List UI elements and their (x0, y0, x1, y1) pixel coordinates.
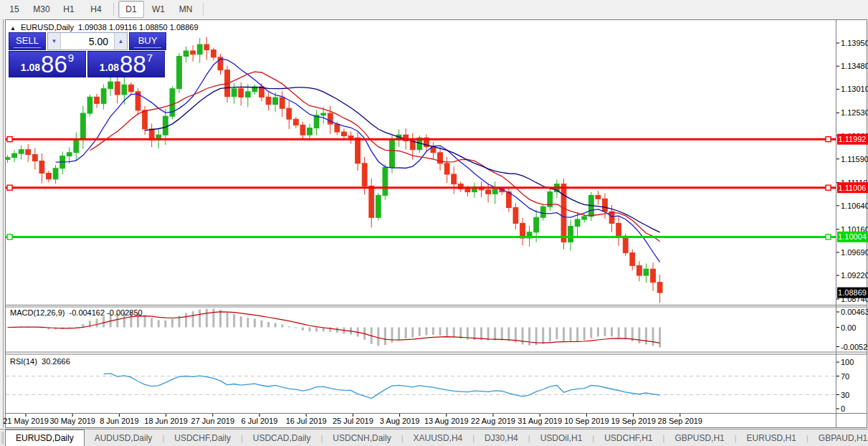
chart-tab-gbpaud-h1[interactable]: GBPAUD,H1 (809, 430, 868, 446)
sell-underline (14, 47, 41, 48)
price-axis-label: 1.12530 (841, 108, 868, 117)
buy-button-label: BUY (138, 35, 158, 46)
date-axis-label: 10 Sep 2019 (564, 417, 609, 425)
price-axis-label: 1.13950 (841, 39, 868, 47)
date-axis-label: 27 Jun 2019 (191, 417, 235, 425)
chart-tab-gbpusd-h1[interactable]: GBPUSD,H1 (664, 430, 734, 446)
chart-tabs: EURUSD,DailyAUDUSD,Daily|USDCHF,Daily|US… (5, 430, 868, 446)
rsi-axis-label: 30 (841, 391, 849, 399)
price-axis-label: 1.11590 (841, 155, 868, 163)
bid-price-big: 86 (41, 53, 67, 75)
macd-axis-label: -0.005299 (841, 343, 868, 351)
macd-indicator-label: MACD(12,26,9) -0.004162 -0.002850 (10, 308, 143, 317)
chart-tab-usdcad-daily[interactable]: USDCAD,Daily (243, 430, 321, 446)
chart-tab-usdchf-daily[interactable]: USDCHF,Daily (164, 430, 241, 446)
timeframe-15-button[interactable]: 15 (1, 1, 27, 18)
svg-text:1.11992: 1.11992 (839, 135, 867, 143)
chart-tab-bar: EURUSD,DailyAUDUSD,Daily|USDCHF,Daily|US… (0, 429, 868, 446)
price-axis-label: 1.09690 (841, 248, 868, 257)
tab-bar-grip (1, 432, 4, 444)
date-axis-label: 31 Aug 2019 (518, 417, 562, 425)
bid-price-pipette: 9 (68, 52, 74, 63)
ohlc-open: 1.09038 (78, 23, 107, 32)
bid-quote-button[interactable]: 1.08 86 9 (9, 51, 86, 77)
mt4-terminal: { "toolbar": { "timeframes": ["15", "M30… (0, 0, 868, 446)
svg-text:1.10004: 1.10004 (838, 232, 867, 241)
chart-tab-xauusd-h4[interactable]: XAUUSD,H4 (404, 430, 473, 446)
macd-values: -0.004162 -0.002850 (70, 308, 143, 317)
ask-price-prefix: 1.08 (100, 62, 119, 72)
chart-tab-eurusd-daily[interactable]: EURUSD,Daily (5, 430, 85, 446)
ohlc-close: 1.08869 (170, 23, 199, 32)
rsi-indicator-label: RSI(14) 30.2666 (10, 357, 70, 366)
buy-underline (134, 47, 161, 48)
date-axis-label: 6 Jul 2019 (242, 417, 278, 425)
svg-text:1.11006: 1.11006 (839, 184, 867, 192)
resistance-line-upper-handle[interactable] (7, 137, 12, 142)
rsi-axis-label: 70 (841, 372, 849, 381)
date-axis-label: 13 Aug 2019 (424, 417, 469, 425)
date-axis-label: 21 May 2019 (3, 417, 49, 425)
chart-tab-audusd-daily[interactable]: AUDUSD,Daily (85, 430, 163, 446)
rsi-name: RSI(14) (10, 357, 37, 366)
sell-button-label: SELL (16, 35, 39, 46)
ask-price-big: 88 (120, 53, 146, 75)
volume-decrease-button[interactable]: ▼ (48, 33, 60, 49)
date-axis-label: 25 Jul 2019 (333, 417, 373, 425)
macd-axis-label: 0.00463 (841, 308, 868, 316)
one-click-trading-panel: SELL ▼ 5.00 ▲ BUY 1.08 86 9 1.08 88 7 (9, 32, 166, 77)
price-axis-label: 1.10640 (841, 201, 868, 210)
ask-price-pipette: 7 (147, 52, 153, 63)
date-axis-label: 22 Aug 2019 (471, 417, 515, 425)
timeframe-h4-button[interactable]: H4 (83, 1, 109, 18)
price-axis-label: 1.13480 (841, 62, 868, 70)
volume-increase-button[interactable]: ▲ (115, 33, 127, 49)
price-axis-label: 1.13010 (841, 85, 868, 93)
rsi-value: 30.2666 (42, 357, 70, 366)
price-axis-label: 1.09220 (841, 271, 868, 280)
chart-tab-dj30-h4[interactable]: DJ30,H4 (474, 430, 528, 446)
ask-quote-button[interactable]: 1.08 88 7 (87, 51, 165, 77)
chart-tab-usdcnh-daily[interactable]: USDCNH,Daily (323, 430, 401, 446)
date-axis-label: 16 Jul 2019 (286, 417, 327, 425)
sell-button[interactable]: SELL (9, 32, 46, 50)
timeframe-w1-button[interactable]: W1 (146, 1, 171, 18)
svg-text:1.08869: 1.08869 (838, 288, 867, 297)
date-axis-label: 8 Jun 2019 (100, 417, 138, 425)
ohlc-high: 1.09116 (109, 23, 137, 32)
timeframe-d1-button[interactable]: D1 (118, 1, 144, 18)
rsi-axis-label: 0 (841, 404, 845, 413)
timeframe-h1-button[interactable]: H1 (56, 1, 82, 18)
date-axis-label: 18 Jun 2019 (144, 417, 188, 425)
chart-symbol-period: EURUSD,Daily (21, 23, 74, 32)
toolbar-separator (203, 3, 204, 16)
collapse-chart-icon[interactable]: ▲ (10, 25, 16, 32)
date-axis-label: 28 Sep 2019 (658, 417, 702, 425)
date-axis-label: 19 Sep 2019 (611, 417, 655, 425)
chart-tab-usdchf-h1[interactable]: USDCHF,H1 (594, 430, 662, 446)
chart-window-frame (6, 20, 867, 428)
chart-tab-eurusd-h1[interactable]: EURUSD,H1 (737, 430, 806, 446)
rsi-axis-label: 100 (841, 358, 854, 366)
timeframe-mn-button[interactable]: MN (173, 1, 199, 18)
chart-ohlc-header: ▲ EURUSD,Daily 1.09038 1.09116 1.08850 1… (10, 23, 199, 32)
volume-stepper: ▼ 5.00 ▲ (47, 32, 128, 50)
timeframe-toolbar: 15M30H1H4D1W1MN (0, 0, 868, 19)
date-axis-label: 3 Aug 2019 (380, 417, 420, 425)
macd-name: MACD(12,26,9) (10, 308, 65, 317)
chart-tab-usdoil-h1[interactable]: USDOil,H1 (530, 430, 593, 446)
timeframe-m30-button[interactable]: M30 (29, 1, 54, 18)
support-line-handle[interactable] (7, 234, 12, 239)
volume-input[interactable]: 5.00 (60, 33, 115, 49)
support-line-handle[interactable] (826, 234, 831, 239)
bid-price-prefix: 1.08 (21, 62, 40, 72)
resistance-line-lower-handle[interactable] (826, 185, 831, 190)
date-axis-label: 30 May 2019 (49, 417, 95, 425)
buy-button[interactable]: BUY (129, 32, 166, 50)
resistance-line-lower-handle[interactable] (7, 185, 12, 190)
toolbar-separator (113, 3, 114, 16)
macd-axis-label: 0.00 (841, 323, 856, 332)
ohlc-low: 1.08850 (139, 23, 168, 32)
resistance-line-upper-handle[interactable] (826, 137, 831, 142)
